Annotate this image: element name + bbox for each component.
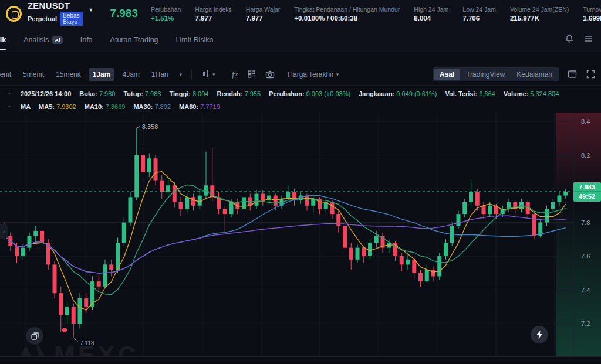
stat-label: Volume 24 Jam(ZEN) — [510, 6, 569, 13]
ohlc-rendah: Rendah: 7.955 — [217, 90, 261, 97]
ohlc-buka: Buka: 7.980 — [79, 90, 115, 97]
ohlc-tutup: Tutup: 7.983 — [123, 90, 161, 97]
drawing-toolbar-handle[interactable]: ‹ — [0, 224, 8, 239]
toolbar-separator — [191, 70, 192, 79]
svg-text:7.983: 7.983 — [579, 183, 595, 190]
symbol-dropdown-caret-icon[interactable]: ▼ — [89, 7, 94, 13]
candle-datetime: 2025/12/26 14:00 — [21, 90, 71, 97]
ohlc-legend-row: ﹀ 2025/12/26 14:00 Buka: 7.980Tutup: 7.9… — [0, 88, 601, 100]
notification-bell-icon[interactable] — [565, 34, 574, 46]
token-logo-icon — [6, 6, 22, 22]
stat-label: Perubahan — [151, 6, 181, 13]
quick-trade-lightning-button[interactable] — [531, 326, 548, 343]
ma-ma5: MA5: 7.9302 — [39, 103, 76, 110]
ohlc-volume: Volume: 5,324.804 — [504, 90, 559, 97]
symbol-selector[interactable]: ZENUSDT Perpetual Bebas Biaya — [28, 1, 83, 26]
y-axis-label: 7.6 — [581, 253, 590, 260]
ohlc-perubahan: Perubahan: 0.003 (+0.03%) — [269, 90, 350, 97]
price-type-caret-icon: ▾ — [336, 72, 339, 77]
candle-style-button[interactable]: ▾ — [198, 70, 219, 79]
indicators-fx-button[interactable]: ƒx — [231, 70, 238, 79]
svg-text:49:52: 49:52 — [579, 193, 595, 200]
header-stat-high-24-jam: High 24 Jam8.004 — [414, 6, 448, 22]
low-annotation: 7.118 — [80, 340, 94, 346]
header-stat-perubahan: Perubahan+1.51% — [151, 6, 181, 22]
tab-label: Analisis — [23, 36, 49, 44]
toolbar-separator — [225, 70, 225, 79]
y-axis-label: 7.8 — [581, 219, 590, 226]
timeframe-4jam[interactable]: 4Jam — [118, 68, 143, 81]
tab-aturan-trading[interactable]: Aturan Trading — [110, 27, 158, 53]
price-type-label: Harga Terakhir — [288, 70, 333, 79]
header-stat-low-24-jam: Low 24 Jam7.706 — [462, 6, 496, 22]
ohlc-vol-terisi: Vol. Terisi: 6,664 — [445, 90, 495, 97]
contract-type: Perpetual — [28, 15, 57, 22]
header-bar: ZENUSDT Perpetual Bebas Biaya ▼ 7.983 Pe… — [0, 0, 601, 27]
ma-collapse-icon[interactable]: ﹀ — [7, 103, 12, 111]
timeframe-more-caret-icon[interactable]: ▾ — [176, 72, 186, 77]
header-stat-turnover-24-jam-usdt: Turnover 24 Jam(USDT)1.699M — [583, 6, 601, 22]
header-stat-harga-indeks: Harga Indeks7.977 — [195, 6, 231, 22]
price-chart[interactable]: 8.48.27.87.67.47.28.3587.1187.98349:52 — [0, 113, 601, 356]
stat-label: Low 24 Jam — [462, 6, 496, 13]
symbol-name: ZENUSDT — [28, 1, 83, 11]
chart-mode-switch: AsalTradingViewKedalaman — [433, 67, 559, 81]
mode-asal[interactable]: Asal — [434, 69, 460, 80]
tab-grafik[interactable]: Grafik — [0, 27, 6, 53]
stat-value: 8.004 — [414, 15, 448, 22]
timeframe-1jam[interactable]: 1Jam — [89, 68, 115, 81]
tab-label: Info — [80, 36, 93, 44]
ma-title: MA — [21, 103, 31, 110]
price-type-selector[interactable]: Harga Terakhir ▾ — [284, 70, 342, 79]
stat-value: +1.51% — [151, 15, 181, 22]
last-price-badge: 7.98349:52 — [573, 182, 601, 202]
ma-ma30: MA30: 7.892 — [133, 103, 171, 110]
ohlc-tinggi: Tinggi: 8.004 — [169, 90, 208, 97]
tab-limit-risiko[interactable]: Limit Risiko — [176, 27, 214, 53]
tab-bar: GrafikAnalisisAiInfoAturan TradingLimit … — [0, 27, 601, 53]
layout-grid-icon[interactable] — [247, 70, 256, 79]
mode-kedalaman[interactable]: Kedalaman — [511, 69, 558, 80]
menu-list-icon[interactable] — [583, 34, 593, 46]
panel-window-icon[interactable] — [568, 70, 577, 79]
ai-badge-icon: Ai — [52, 36, 63, 44]
y-axis-label: 8.4 — [581, 118, 590, 125]
y-axis-label: 7.2 — [581, 320, 590, 327]
tab-info[interactable]: Info — [80, 27, 93, 53]
time-axis[interactable] — [0, 356, 601, 364]
stat-value: +0.0100% / 00:50:38 — [294, 15, 400, 22]
stat-value: 7.977 — [246, 15, 281, 22]
ma-ma10: MA10: 7.8669 — [85, 103, 126, 110]
last-price: 7.983 — [110, 7, 138, 20]
header-stat-tingkat-pendanaan-hitungan-mundur: Tingkat Pendanaan / Hitungan Mundur+0.01… — [294, 6, 400, 22]
stat-label: Tingkat Pendanaan / Hitungan Mundur — [294, 6, 400, 13]
timeframe-1hari[interactable]: 1Hari — [147, 68, 173, 81]
ohlc-jangkauan: Jangkauan: 0.049 (0.61%) — [359, 90, 437, 97]
header-stat-harga-wajar: Harga Wajar7.977 — [246, 6, 281, 22]
header-stats: Perubahan+1.51%Harga Indeks7.977Harga Wa… — [151, 6, 601, 22]
chart-region: 8.48.27.87.67.47.28.3587.1187.98349:52 M… — [0, 113, 601, 356]
y-axis-label: 7.4 — [581, 287, 590, 294]
timeframe-15menit[interactable]: 15menit — [52, 68, 85, 81]
fee-badge: Bebas Biaya — [60, 12, 82, 26]
stat-label: Turnover 24 Jam(USDT) — [583, 6, 601, 13]
tab-analisis[interactable]: AnalisisAi — [23, 27, 63, 53]
screenshot-camera-icon[interactable] — [265, 70, 275, 79]
ma-legend-row: ﹀ MA MA5: 7.9302MA10: 7.8669MA30: 7.892M… — [0, 101, 601, 113]
mode-tradingview[interactable]: TradingView — [460, 69, 511, 80]
stat-label: Harga Wajar — [246, 6, 281, 13]
tab-label: Aturan Trading — [110, 36, 158, 44]
fullscreen-expand-icon[interactable] — [586, 70, 595, 79]
ma-ma60: MA60: 7.7719 — [179, 103, 220, 110]
header-stat-volume-24-jam-zen: Volume 24 Jam(ZEN)215.977K — [510, 6, 569, 22]
stat-value: 1.699M — [583, 15, 601, 22]
stat-label: Harga Indeks — [195, 6, 231, 13]
overlay-panel-button[interactable] — [26, 327, 43, 345]
timeframe-5menit[interactable]: 5menit — [19, 68, 48, 81]
ohlc-collapse-icon[interactable]: ﹀ — [7, 90, 12, 98]
timeframe-1menit[interactable]: 1menit — [0, 68, 15, 81]
stat-value: 7.977 — [195, 15, 231, 22]
stat-value: 7.706 — [462, 15, 496, 22]
stat-label: High 24 Jam — [414, 6, 448, 13]
tab-label: Grafik — [0, 36, 6, 44]
